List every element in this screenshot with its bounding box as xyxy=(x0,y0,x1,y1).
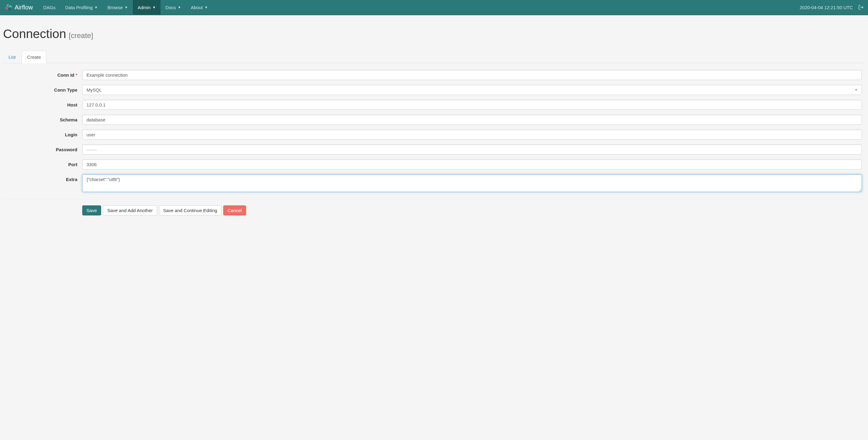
nav-item-about[interactable]: About ▼ xyxy=(186,0,213,14)
nav-item-label: DAGs xyxy=(43,5,56,10)
save-button[interactable]: Save xyxy=(82,205,101,215)
nav-item-docs[interactable]: Docs ▼ xyxy=(160,0,186,14)
label-schema: Schema xyxy=(3,115,82,122)
nav-item-admin[interactable]: Admin ▼ xyxy=(133,0,160,14)
required-asterisk-icon: * xyxy=(75,72,78,77)
form-actions: Save Save and Add Another Save and Conti… xyxy=(82,205,865,215)
brand[interactable]: Airflow xyxy=(4,3,33,11)
form-group-login: Login xyxy=(3,130,865,140)
label-login: Login xyxy=(3,130,82,137)
label-conn-type: Conn Type xyxy=(3,85,82,93)
form-group-schema: Schema xyxy=(3,115,865,125)
label-port: Port xyxy=(3,160,82,167)
form-group-extra: Extra {"charset":"utf8"} xyxy=(3,174,865,193)
chevron-down-icon: ▼ xyxy=(205,5,208,9)
chevron-down-icon: ▼ xyxy=(125,5,128,9)
form-group-host: Host xyxy=(3,100,865,110)
nav-item-label: Admin xyxy=(138,5,151,10)
tabs: List Create xyxy=(3,51,865,63)
page-title: Connection xyxy=(3,27,66,41)
save-add-another-button[interactable]: Save and Add Another xyxy=(103,205,157,215)
logout-icon[interactable] xyxy=(858,5,864,10)
save-continue-editing-button[interactable]: Save and Continue Editing xyxy=(159,205,222,215)
extra-textarea[interactable]: {"charset":"utf8"} xyxy=(82,174,862,192)
nav-item-label: Docs xyxy=(165,5,176,10)
label-host: Host xyxy=(3,100,82,107)
login-input[interactable] xyxy=(82,130,862,140)
form-separator xyxy=(3,199,865,199)
form-group-conn-type: Conn Type MySQL ▼ xyxy=(3,85,865,95)
caret-down-icon: ▼ xyxy=(855,88,858,92)
timestamp: 2020-04-04 12:21:50 UTC xyxy=(800,5,853,10)
chevron-down-icon: ▼ xyxy=(152,5,156,9)
nav-item-label: Data Profiling xyxy=(65,5,93,10)
page-subtitle: [create] xyxy=(69,31,93,40)
host-input[interactable] xyxy=(82,100,862,110)
nav-items-container: DAGs Data Profiling ▼ Browse ▼ Admin ▼ D… xyxy=(38,0,800,14)
conn-type-selected: MySQL xyxy=(87,87,102,93)
nav-item-label: About xyxy=(191,5,203,10)
navbar-right: 2020-04-04 12:21:50 UTC xyxy=(800,5,864,10)
nav-item-label: Browse xyxy=(107,5,123,10)
nav-item-data-profiling[interactable]: Data Profiling ▼ xyxy=(60,0,103,14)
form-group-port: Port xyxy=(3,160,865,169)
form-group-password: Password xyxy=(3,144,865,155)
password-input[interactable] xyxy=(82,144,862,155)
main-container: Connection [create] List Create Conn Id … xyxy=(0,15,868,228)
nav-item-dags[interactable]: DAGs xyxy=(38,0,60,14)
page-header: Connection [create] xyxy=(3,21,865,44)
chevron-down-icon: ▼ xyxy=(94,5,98,9)
label-extra: Extra xyxy=(3,174,82,182)
tab-create[interactable]: Create xyxy=(22,51,46,63)
airflow-logo-icon xyxy=(4,3,13,11)
label-password: Password xyxy=(3,144,82,152)
form-group-conn-id: Conn Id * xyxy=(3,70,865,80)
chevron-down-icon: ▼ xyxy=(178,5,181,9)
label-conn-id: Conn Id * xyxy=(3,70,82,77)
connection-form: Conn Id * Conn Type MySQL ▼ Host xyxy=(3,70,865,215)
cancel-button[interactable]: Cancel xyxy=(223,205,246,215)
schema-input[interactable] xyxy=(82,115,862,125)
conn-id-input[interactable] xyxy=(82,70,862,80)
nav-item-browse[interactable]: Browse ▼ xyxy=(103,0,133,14)
brand-text: Airflow xyxy=(14,4,33,11)
tab-list[interactable]: List xyxy=(3,51,21,63)
conn-type-select[interactable]: MySQL ▼ xyxy=(82,85,862,95)
port-input[interactable] xyxy=(82,160,862,169)
top-navbar: Airflow DAGs Data Profiling ▼ Browse ▼ A… xyxy=(0,0,868,15)
